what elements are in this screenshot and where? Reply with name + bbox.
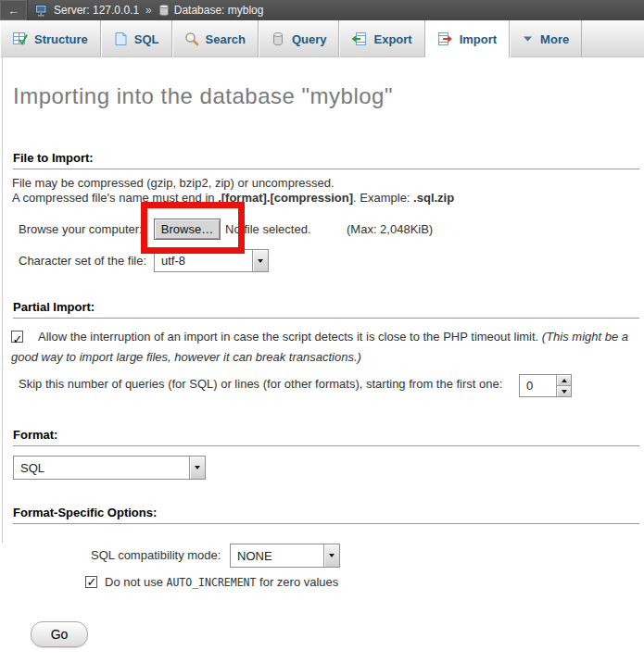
tab-query[interactable]: Query [259,20,340,57]
query-icon [271,31,285,46]
section-partial-import: Partial Import: [13,300,639,319]
import-icon [437,31,453,46]
dropdown-arrow-icon [189,457,205,479]
interrupt-text: Allow the interruption of an import in c… [38,330,542,344]
spin-down-icon[interactable] [557,385,571,396]
spinner-buttons [556,375,571,396]
tab-label: Query [292,32,327,46]
skip-queries-value: 0 [520,375,556,396]
dropdown-arrow-icon [323,544,339,567]
tab-label: Import [460,32,497,46]
auto-increment-text: for zero values [256,575,338,589]
sql-icon [113,31,128,46]
content-left-border [2,56,3,543]
tab-sql[interactable]: SQL [101,20,172,57]
export-icon [351,31,367,46]
tab-label: More [540,32,569,46]
tab-search[interactable]: Search [172,20,259,57]
sql-compat-label: SQL compatibility mode: [91,548,221,562]
sql-compat-value: NONE [231,549,323,563]
go-button[interactable]: Go [31,621,88,647]
charset-value: utf-8 [155,254,252,268]
search-icon [184,31,199,46]
breadcrumb-server[interactable]: Server: 127.0.0.1 [54,4,139,17]
sql-compat-select[interactable]: NONE [230,544,340,568]
auto-increment-text: Do not use [105,575,167,589]
note-text: . Example: [353,191,413,205]
tab-label: Search [206,32,246,46]
breadcrumb-database[interactable]: Database: myblog [174,4,264,17]
tab-label: Structure [34,32,88,46]
section-file-to-import: File to Import: [13,151,639,169]
nav-tabs: Structure SQL Search Query [0,20,644,57]
page-title: Importing into the database "myblog" [13,83,393,109]
spin-up-icon[interactable] [557,375,571,385]
example-filename: .sql.zip [413,191,454,205]
breadcrumb-bar: ← Server: 127.0.0.1 » Database: myblog [0,0,644,20]
breadcrumb-separator: » [145,4,152,17]
max-size-note: (Max: 2,048KiB) [347,222,433,236]
tab-more[interactable]: More [510,20,582,57]
highlight-annotation [141,202,245,254]
auto-increment-option: Do not use AUTO_INCREMENT for zero value… [85,575,338,589]
format-value: SQL [14,461,189,475]
tab-label: SQL [134,32,159,46]
database-icon [158,4,170,17]
charset-label: Character set of the file: [19,254,146,268]
tab-structure[interactable]: Structure [0,20,101,57]
server-icon [35,5,49,17]
tab-export[interactable]: Export [339,20,424,57]
phpmyadmin-import-page: ← Server: 127.0.0.1 » Database: myblog [0,0,644,663]
left-arrow-icon: ← [7,4,19,18]
format-select[interactable]: SQL [13,456,206,480]
chevron-down-icon [522,33,534,44]
breadcrumb: Server: 127.0.0.1 » Database: myblog [35,4,263,17]
skip-queries-input[interactable]: 0 [519,374,572,397]
auto-increment-checkbox[interactable] [85,576,97,588]
dropdown-arrow-icon [252,250,268,271]
tab-import[interactable]: Import [425,20,510,58]
interrupt-option: Allow the interruption of an import in c… [11,327,638,368]
compression-note-line1: File may be compressed (gzip, bzip2, zip… [12,176,335,190]
auto-increment-keyword: AUTO_INCREMENT [167,576,257,589]
skip-queries-label: Skip this number of queries (for SQL) or… [19,377,502,391]
section-format-specific-options: Format-Specific Options: [13,506,639,524]
browse-label: Browse your computer: [19,222,143,236]
section-format: Format: [13,428,639,446]
back-button[interactable]: ← [0,0,28,20]
tab-label: Export [373,32,411,46]
interrupt-checkbox[interactable] [11,331,23,343]
structure-icon [12,31,28,46]
